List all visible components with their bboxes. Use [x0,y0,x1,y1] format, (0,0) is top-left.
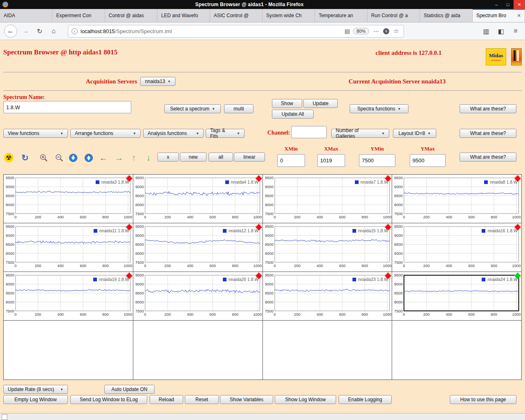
spectrum-chart-nnaida8[interactable]: 9500900085008000750002004006008001000nna… [392,175,522,223]
maximize-button[interactable]: □ [502,0,514,9]
arrow-down-circle-icon[interactable] [68,153,79,163]
pocket-icon[interactable]: ∨ [383,28,389,34]
spectrum-chart-nnaida23[interactable]: 9500900085008000750002004006008001000nna… [263,272,393,321]
show-variables-button[interactable]: Show Variables [220,395,273,404]
chevron-down-icon: ▼ [60,388,63,391]
spectrum-chart-nnaida7[interactable]: 9500900085008000750002004006008001000nna… [263,175,393,223]
spectrum-chart-nnaida20[interactable]: 9500900085008000750002004006008001000nna… [133,272,263,321]
partner-logo[interactable] [511,48,522,65]
svg-text:8500: 8500 [6,291,14,295]
spectrum-chart-nnaida19[interactable]: 9500900085008000750002004006008001000nna… [4,272,133,321]
url-bar[interactable]: i localhost:8015/Spectrum/Spectrum.tml ▤… [68,25,404,38]
tab-asic-control[interactable]: ASIC Control @ [210,9,262,22]
tab-led-and-wavefo[interactable]: LED and Wavefo [157,9,210,22]
svg-text:9000: 9000 [135,282,144,286]
midas-logo[interactable]: Midas powered [486,48,506,65]
view-functions-dropdown[interactable]: View functions▼ [3,129,68,138]
empty-log-window-button[interactable]: Empty Log Window [3,395,68,404]
arrow-up-icon[interactable]: ↑ [128,153,139,163]
analysis-functions-dropdown[interactable]: Analysis functions▼ [143,129,204,138]
ymin-input[interactable] [359,154,395,167]
spectra-functions-dropdown[interactable]: Spectra functions▼ [350,104,408,113]
svg-text:800: 800 [361,263,368,268]
tab-system-wide-ch[interactable]: System wide Ch [262,9,315,22]
spectrum-chart-nnaida24[interactable]: 9500900085008000750002004006008001000nna… [392,272,522,321]
multi-button[interactable]: multi [224,104,254,113]
arrange-functions-dropdown[interactable]: Arrange functions▼ [70,129,141,138]
svg-text:9500: 9500 [135,273,144,277]
spectrum-chart-nnaida15[interactable]: 9500900085008000750002004006008001000nna… [263,223,393,272]
zoom-in-icon[interactable] [38,153,49,163]
tab-run-control-a[interactable]: Run Control @ a [368,9,420,22]
minimize-button[interactable]: – [491,0,502,9]
what-are-these-button[interactable]: What are these? [460,153,516,162]
number-of-galleries-dropdown[interactable]: Number of Galleries▼ [331,129,389,138]
send-log-window-to-elog-button[interactable]: Send Log Window to ELog [70,395,147,404]
acquisition-server-select[interactable]: nnaida13▼ [140,77,175,86]
arrow-up-circle-icon[interactable] [83,153,94,163]
zoom-out-icon[interactable] [54,153,65,163]
xmin-input[interactable] [277,154,305,167]
layout-id-dropdown[interactable]: Layout ID=8▼ [393,129,436,138]
arrow-left-icon[interactable]: ← [98,153,109,163]
reload-button[interactable]: Reload [150,395,183,404]
update-all-button[interactable]: Update All [272,110,314,119]
update-button[interactable]: Update [303,99,338,108]
x-button[interactable]: x [157,153,179,162]
sidebar-toggle-icon[interactable]: ◧ [496,26,506,36]
all-button[interactable]: all [209,153,233,162]
radiation-icon[interactable]: ☢ [4,153,13,162]
what-are-these-button[interactable]: What are these? [460,104,516,113]
menu-hamburger-icon[interactable]: ≡ [510,26,521,36]
forward-button[interactable]: → [20,26,31,36]
new-button[interactable]: new [180,153,206,162]
spectrum-chart-nnaida12[interactable]: 9500900085008000750002004006008001000nna… [133,223,263,272]
reader-mode-icon[interactable]: ▤ [345,28,350,34]
tags-fits-dropdown[interactable]: Tags & Fits▼ [206,129,245,138]
spectrum-chart-nnaida3[interactable]: 9500900085008000750002004006008001000nna… [4,175,133,223]
linear-button[interactable]: linear [234,153,265,162]
enable-logging-button[interactable]: Enable Logging [339,395,392,404]
xmax-input[interactable] [317,154,345,167]
ymax-input[interactable] [410,154,446,167]
spectrum-chart-nnaida4[interactable]: 9500900085008000750002004006008001000nna… [133,175,263,223]
back-button[interactable]: ← [4,25,17,38]
update-rate-dropdown[interactable]: Update Rate (8 secs)▼ [3,385,68,394]
what-are-these-button[interactable]: What are these? [460,129,516,138]
arrow-down-icon[interactable]: ↓ [143,153,154,163]
site-info-icon[interactable]: i [72,28,78,34]
tab-aida[interactable]: AIDA [0,9,52,22]
svg-text:600: 600 [468,312,475,317]
how-to-use-button[interactable]: How to use this page [450,395,516,404]
library-icon[interactable]: ▥ [481,26,491,36]
svg-text:9000: 9000 [6,282,14,286]
bookmark-star-icon[interactable]: ☆ [392,26,400,36]
reset-button[interactable]: Reset [185,395,219,404]
show-log-window-button[interactable]: Show Log Window [275,395,336,404]
page-actions-icon[interactable]: ⋯ [372,26,380,36]
spectrum-chart-nnaida16[interactable]: 9500900085008000750002004006008001000nna… [392,223,522,272]
spectrum-chart-nnaida11[interactable]: 9500900085008000750002004006008001000nna… [4,223,133,272]
zoom-level-button[interactable]: 80% [353,28,369,34]
arrow-right-icon[interactable]: → [114,153,124,163]
url-text[interactable]: localhost:8015/Spectrum/Spectrum.tml [81,28,342,34]
tab-spectrum-bro[interactable]: Spectrum Bro✕ [473,9,525,22]
svg-text:8500: 8500 [394,193,403,198]
auto-update-button[interactable]: Auto Update ON [104,385,155,394]
spectrum-name-input[interactable] [3,101,131,113]
reload-button[interactable]: ↻ [34,26,45,36]
tab-control-aidas[interactable]: Control @ aidas [105,9,157,22]
select-spectrum-dropdown[interactable]: Select a spectrum▼ [164,104,221,113]
tab-statistics-aida[interactable]: Statistics @ aida [420,9,472,22]
close-button[interactable]: ✕ [514,0,525,9]
tab-close-icon[interactable]: ✕ [517,13,521,18]
channel-input[interactable] [291,126,327,138]
xmin-label: XMin [277,146,305,152]
svg-text:8000: 8000 [394,300,403,304]
home-button[interactable]: ⌂ [48,26,59,36]
tab-temperature-an[interactable]: Temperature an [315,9,367,22]
show-button[interactable]: Show [272,99,302,108]
tab-experiment-con[interactable]: Experiment Con [52,9,105,22]
divider [3,90,522,91]
refresh-icon[interactable]: ↻ [20,153,30,163]
